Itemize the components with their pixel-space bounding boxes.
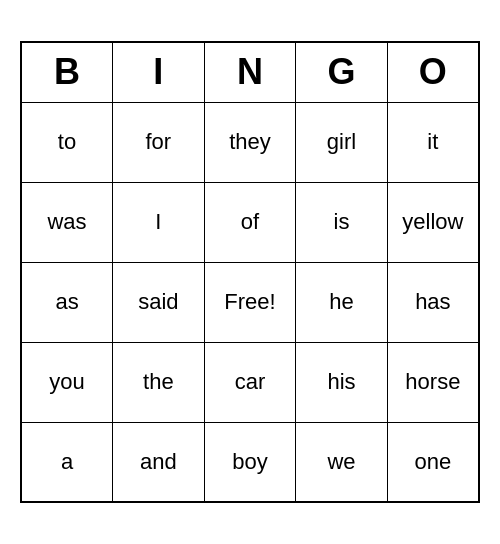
- cell-r1-c1: I: [113, 182, 205, 262]
- cell-r3-c3: his: [296, 342, 387, 422]
- header-col-n: N: [204, 42, 296, 102]
- cell-r1-c2: of: [204, 182, 296, 262]
- cell-r0-c1: for: [113, 102, 205, 182]
- header-col-i: I: [113, 42, 205, 102]
- header-col-b: B: [21, 42, 113, 102]
- cell-r2-c1: said: [113, 262, 205, 342]
- header-row: BINGO: [21, 42, 479, 102]
- cell-r0-c3: girl: [296, 102, 387, 182]
- table-row: assaidFree!hehas: [21, 262, 479, 342]
- cell-r1-c3: is: [296, 182, 387, 262]
- cell-r4-c3: we: [296, 422, 387, 502]
- cell-r4-c1: and: [113, 422, 205, 502]
- cell-r3-c1: the: [113, 342, 205, 422]
- header-col-o: O: [387, 42, 479, 102]
- table-row: youthecarhishorse: [21, 342, 479, 422]
- header-col-g: G: [296, 42, 387, 102]
- cell-r2-c3: he: [296, 262, 387, 342]
- cell-r4-c0: a: [21, 422, 113, 502]
- cell-r3-c0: you: [21, 342, 113, 422]
- cell-r1-c0: was: [21, 182, 113, 262]
- cell-r2-c0: as: [21, 262, 113, 342]
- cell-r3-c2: car: [204, 342, 296, 422]
- cell-r0-c2: they: [204, 102, 296, 182]
- bingo-body: tofortheygirlitwasIofisyellowassaidFree!…: [21, 102, 479, 502]
- cell-r2-c4: has: [387, 262, 479, 342]
- cell-r4-c4: one: [387, 422, 479, 502]
- cell-r3-c4: horse: [387, 342, 479, 422]
- cell-r2-c2: Free!: [204, 262, 296, 342]
- table-row: tofortheygirlit: [21, 102, 479, 182]
- cell-r0-c4: it: [387, 102, 479, 182]
- bingo-card: BINGO tofortheygirlitwasIofisyellowassai…: [20, 41, 480, 503]
- table-row: aandboyweone: [21, 422, 479, 502]
- table-row: wasIofisyellow: [21, 182, 479, 262]
- cell-r0-c0: to: [21, 102, 113, 182]
- cell-r1-c4: yellow: [387, 182, 479, 262]
- cell-r4-c2: boy: [204, 422, 296, 502]
